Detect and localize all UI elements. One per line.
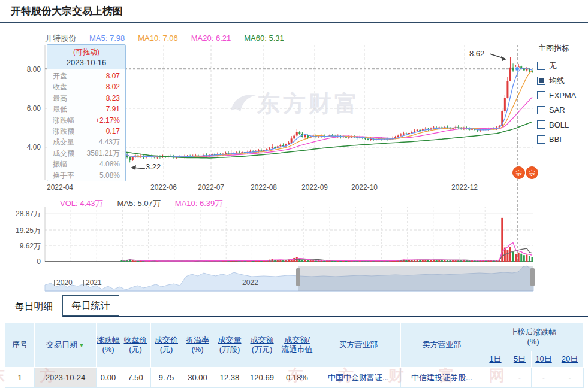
y-axis-label: 8.00 [13, 65, 41, 74]
volume-y-axis-label: 0 [13, 257, 41, 266]
cell-10d: - [532, 368, 556, 388]
cell-20d: - [556, 368, 584, 388]
cell-premium: 30.00 [182, 368, 213, 388]
table-row: 1 2023-10-24 0.00 7.50 9.75 30.00 12.38 … [5, 368, 584, 388]
page-title: 开特股份大宗交易上榜图 [11, 4, 123, 18]
x-axis-label: 2022-04 [41, 183, 79, 192]
volume-legend-item: MA10: 6.39万 [175, 199, 223, 208]
col-header-seq: 序号 [5, 323, 35, 368]
indicator-option-label: SAR [549, 105, 565, 114]
cell-date: 2023-10-24 [35, 368, 97, 388]
volume-y-axis-label: 19.25万 [13, 226, 41, 236]
volume-y-axis-label: 9.62万 [13, 241, 41, 251]
volume-y-axis-label: 28.87万 [13, 209, 41, 219]
tab-bar-underline [62, 316, 588, 317]
y-axis-label: 6.00 [13, 104, 41, 113]
checkbox-icon[interactable] [537, 135, 545, 144]
block-trade-badge[interactable]: 宗 [512, 166, 525, 179]
cell-5d: - [508, 368, 532, 388]
indicator-option-均线[interactable]: 均线 [537, 74, 577, 89]
col-header-volume[interactable]: 成交量(万股) [213, 323, 246, 368]
navigator-year-label: 2021 [83, 280, 102, 286]
block-trade-table: 序号 交易日期▼ 涨跌幅(%) 收盘价(元) 成交价(元) 折溢率(%) 成交量… [5, 322, 583, 388]
indicator-option-EXPMA[interactable]: EXPMA [537, 88, 577, 103]
x-axis-label: 2022-07 [192, 183, 230, 192]
chart-tooltip[interactable]: (可拖动) 2023-10-16 开盘8.07收盘8.02最高8.23最低7.9… [47, 44, 126, 181]
checkbox-icon[interactable] [537, 91, 545, 99]
volume-legend: VOL: 4.43万MA5: 5.07万MA10: 6.39万 [60, 198, 251, 209]
tab-daily-stats[interactable]: 每日统计 [62, 295, 119, 316]
navigator-right-handle[interactable] [530, 268, 535, 286]
cell-close: 7.50 [120, 368, 151, 388]
indicator-panel: 无均线EXPMASARBOLLBBI [537, 59, 577, 147]
tooltip-row: 成交额3581.21万 [53, 148, 120, 159]
legend-item: MA5: 7.98 [89, 34, 125, 43]
cell-1d: - [483, 368, 508, 388]
col-header-buyer[interactable]: 买方营业部 [316, 323, 401, 368]
navigator-year-label: 2020 [54, 280, 73, 286]
cell-amount: 120.69 [246, 368, 278, 388]
main-chart-legend: 开特股份MA5: 7.98MA10: 7.06MA20: 6.21MA60: 5… [45, 33, 310, 44]
x-axis-label: 2022-09 [295, 183, 334, 192]
col-header-premium[interactable]: 折溢率(%) [182, 323, 213, 368]
checkbox-icon[interactable] [537, 62, 545, 70]
block-trade-badge[interactable]: 宗 [526, 166, 538, 179]
x-axis-label: 2022-12 [445, 183, 484, 192]
navigator-year-label: 2022 [240, 280, 258, 286]
indicator-option-SAR[interactable]: SAR [537, 103, 577, 118]
cell-volume: 12.38 [213, 368, 246, 388]
tooltip-header[interactable]: (可拖动) 2023-10-16 [47, 45, 125, 69]
navigator-left-handle[interactable] [296, 268, 300, 286]
tooltip-date: 2023-10-16 [47, 58, 125, 67]
tooltip-drag-hint: (可拖动) [47, 47, 125, 57]
col-header-amount[interactable]: 成交额(万元) [246, 323, 278, 368]
eastmoney-logo-icon [230, 90, 257, 118]
col-header-date[interactable]: 交易日期▼ [35, 323, 97, 368]
low-annotation: 3.22 [146, 162, 161, 171]
tooltip-row: 最高8.23 [53, 93, 120, 104]
col-header-seller[interactable]: 卖方营业部 [401, 323, 483, 368]
indicator-option-label: BBI [549, 135, 562, 144]
col-header-date-link[interactable]: 交易日期 [46, 340, 77, 349]
col-header-after-group: 上榜后涨跌幅(%) [483, 323, 584, 351]
sort-desc-icon[interactable]: ▼ [79, 342, 85, 348]
col-header-1d[interactable]: 1日 [483, 351, 508, 368]
tab-daily-detail[interactable]: 每日明细 [5, 295, 63, 317]
title-divider [0, 22, 588, 23]
cell-ratio: 0.18% [278, 368, 316, 388]
checkbox-icon[interactable] [537, 77, 545, 85]
tooltip-row: 换手率5.08% [53, 170, 120, 181]
x-axis-label: 2022-10 [345, 183, 384, 192]
cell-seller[interactable]: 中信建投证券股... [401, 368, 483, 388]
cell-buyer[interactable]: 中国中金财富证... [316, 368, 401, 388]
indicator-option-label: 无 [549, 60, 557, 71]
indicator-option-无[interactable]: 无 [537, 59, 577, 74]
indicator-option-BBI[interactable]: BBI [537, 132, 577, 147]
legend-item: MA60: 5.31 [244, 34, 284, 43]
volume-legend-item: VOL: 4.43万 [60, 199, 103, 208]
tooltip-row: 成交量4.43万 [53, 137, 120, 147]
col-header-20d[interactable]: 20日 [556, 351, 584, 368]
tooltip-row: 涨跌额0.17 [53, 126, 120, 137]
col-header-chg[interactable]: 涨跌幅(%) [97, 323, 120, 368]
watermark-text: 东方财富 [257, 89, 360, 119]
col-header-ratio[interactable]: 成交额/流通市值 [278, 323, 316, 368]
indicator-option-label: EXPMA [549, 91, 577, 100]
navigator-selection[interactable] [298, 266, 533, 291]
indicator-option-BOLL[interactable]: BOLL [537, 117, 577, 132]
checkbox-icon[interactable] [537, 120, 545, 129]
cell-seq: 1 [5, 368, 35, 388]
col-header-price[interactable]: 成交价(元) [151, 323, 182, 368]
high-annotation: 8.62 [469, 49, 484, 58]
legend-item: MA20: 6.21 [191, 34, 231, 43]
cell-price: 9.75 [151, 368, 182, 388]
tooltip-row: 最低7.91 [53, 104, 120, 114]
checkbox-icon[interactable] [537, 106, 545, 114]
volume-legend-item: MA5: 5.07万 [117, 199, 161, 208]
x-axis-label: 2022-08 [245, 183, 283, 192]
tooltip-row: 开盘8.07 [53, 71, 120, 81]
col-header-10d[interactable]: 10日 [532, 351, 556, 368]
tooltip-row: 涨跌幅+2.17% [53, 115, 120, 126]
col-header-close[interactable]: 收盘价(元) [120, 323, 151, 368]
col-header-5d[interactable]: 5日 [508, 351, 532, 368]
